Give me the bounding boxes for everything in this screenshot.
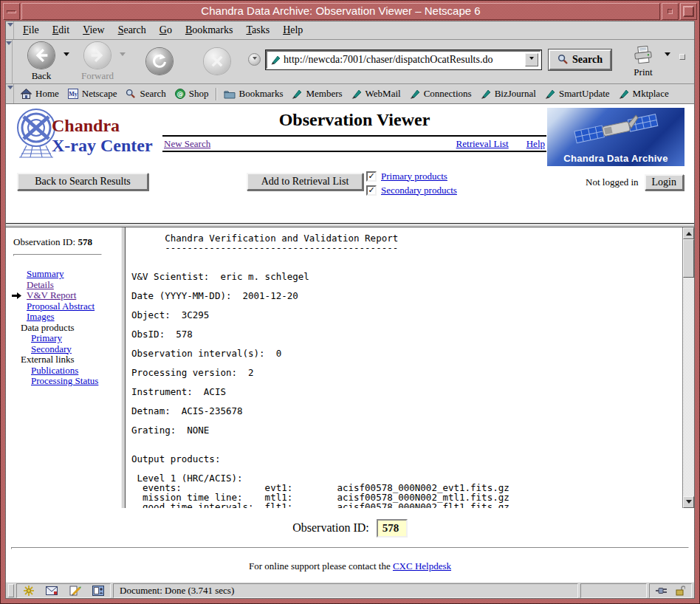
print-dropdown[interactable] [665, 52, 670, 59]
netscape-my-icon: My [68, 89, 78, 99]
primary-products-checkbox[interactable] [366, 171, 377, 182]
pt-connections[interactable]: Connections [405, 86, 476, 101]
menu-file[interactable]: File [16, 22, 46, 38]
scroll-up-button[interactable] [683, 227, 694, 239]
sidebar-item-images[interactable]: Images [27, 311, 55, 322]
url-history-dropdown[interactable] [525, 53, 538, 66]
pt-smartupdate[interactable]: SmartUpdate [541, 86, 614, 101]
toolbar-grippy[interactable] [6, 40, 13, 83]
pt-home-label: Home [35, 88, 59, 100]
sidebar-item-processing-status[interactable]: Processing Status [31, 375, 98, 386]
search-button[interactable]: Search [549, 49, 611, 70]
pt-bookmarks[interactable]: Bookmarks [219, 86, 288, 101]
menu-bookmarks[interactable]: Bookmarks [179, 22, 240, 38]
pt-search[interactable]: Search [121, 86, 170, 101]
browser-client: File Edit View Search Go Bookmarks Tasks… [5, 21, 695, 599]
window-menu-icon [7, 10, 16, 13]
help-link[interactable]: Help [526, 138, 545, 150]
arrow-down-icon [686, 500, 692, 507]
menu-edit[interactable]: Edit [46, 22, 76, 38]
back-button[interactable]: Back [21, 42, 62, 82]
stop-icon [204, 48, 230, 75]
login-button[interactable]: Login [645, 174, 684, 191]
cxc-logo[interactable]: Chandra X-ray Center [12, 107, 153, 159]
pt-netscape[interactable]: My Netscape [64, 86, 122, 101]
secondary-products-link[interactable]: Secondary products [381, 185, 457, 196]
pt-bizjournal[interactable]: BizJournal [476, 86, 541, 101]
sidebar-item-vv-report[interactable]: V&V Report [27, 289, 76, 301]
sidebar-item-proposal-abstract[interactable]: Proposal Abstract [27, 301, 95, 312]
url-field [266, 50, 541, 69]
window-frame: Chandra Data Archive: Observation Viewer… [0, 0, 700, 604]
menu-tasks[interactable]: Tasks [239, 22, 276, 38]
home-icon [21, 89, 32, 99]
cxc-helpdesk-link[interactable]: CXC Helpdesk [393, 560, 451, 572]
reload-button[interactable] [139, 48, 180, 76]
forward-button[interactable]: Forward [77, 42, 118, 82]
observation-id-label: Observation ID: [292, 521, 369, 534]
reload-icon [146, 48, 173, 75]
sidebar-obs-id: Observation ID: 578 [6, 227, 121, 248]
page-header: Chandra X-ray Center Observation Viewer … [6, 104, 694, 223]
personal-toolbar-grippy[interactable] [7, 84, 14, 103]
proxy-icon-button[interactable] [248, 53, 261, 66]
pt-members[interactable]: Members [287, 86, 346, 101]
vv-report-text: Chandra Verification and Validation Repo… [126, 227, 682, 508]
maximize-button[interactable] [680, 3, 697, 20]
header-nav: New Search Retrieval List Help [162, 137, 546, 151]
sidebar-item-publications[interactable]: Publications [31, 365, 78, 376]
login-status: Not logged in [586, 176, 639, 188]
scroll-down-button[interactable] [683, 496, 694, 508]
sidebar-item-secondary[interactable]: Secondary [31, 343, 72, 354]
sidebar-header-external-links: External links [6, 354, 121, 366]
stop-button[interactable] [196, 48, 238, 76]
forward-dropdown[interactable] [120, 52, 126, 59]
menubar-grippy[interactable] [7, 21, 14, 39]
new-search-link[interactable]: New Search [164, 138, 210, 150]
search-button-label: Search [572, 54, 603, 66]
pt-search-label: Search [140, 88, 165, 100]
observation-id-input[interactable] [377, 519, 408, 538]
retrieval-list-link[interactable]: Retrieval List [456, 138, 509, 150]
secondary-products-checkbox[interactable] [366, 185, 377, 196]
satellite-icon [574, 114, 659, 148]
primary-products-link[interactable]: Primary products [381, 171, 447, 182]
forward-icon [84, 42, 111, 69]
window-menu-button[interactable] [3, 3, 20, 20]
back-dropdown[interactable] [64, 52, 69, 59]
sidebar-item-summary[interactable]: Summary [27, 268, 64, 279]
product-options: Primary products Secondary products [366, 169, 457, 197]
minimize-button[interactable] [662, 3, 679, 20]
scrollbar-thumb[interactable] [683, 239, 694, 278]
sidebar-item-primary[interactable]: Primary [31, 332, 62, 343]
scrollbar-vertical[interactable] [682, 227, 694, 508]
back-to-search-results-button[interactable]: Back to Search Results [17, 173, 148, 191]
menu-view[interactable]: View [76, 22, 111, 38]
pt-mktplace[interactable]: Mktplace [614, 86, 673, 101]
pt-shop[interactable]: @ Shop [171, 86, 213, 101]
pt-connections-label: Connections [424, 88, 472, 100]
url-input[interactable] [284, 54, 525, 66]
menu-help[interactable]: Help [276, 22, 309, 38]
bookmark-pen-icon [619, 89, 629, 99]
add-to-retrieval-list-button[interactable]: Add to Retrieval List [247, 173, 363, 191]
print-button[interactable]: Print [623, 46, 663, 78]
svg-text:@: @ [176, 90, 183, 97]
bookmark-pen-icon [410, 89, 420, 99]
header-center: Observation Viewer New Search Retrieval … [162, 110, 546, 152]
pt-bookmarks-label: Bookmarks [239, 88, 284, 100]
print-button-label: Print [634, 66, 652, 78]
location-bar [248, 50, 541, 69]
window-title: Chandra Data Archive: Observation Viewer… [21, 3, 660, 20]
menu-go[interactable]: Go [153, 22, 179, 38]
menubar: File Edit View Search Go Bookmarks Tasks… [6, 21, 694, 40]
login-area: Not logged in Login [586, 174, 684, 191]
toolbar-collapse-handle[interactable] [679, 54, 685, 60]
observation-id-form: Observation ID: [6, 519, 694, 538]
pt-home[interactable]: Home [16, 86, 64, 101]
menu-search[interactable]: Search [111, 22, 153, 38]
pt-webmail[interactable]: WebMail [347, 86, 405, 101]
pt-mktplace-label: Mktplace [633, 88, 669, 100]
report-frame: Chandra Verification and Validation Repo… [126, 227, 682, 508]
sidebar-item-details[interactable]: Details [27, 279, 54, 290]
